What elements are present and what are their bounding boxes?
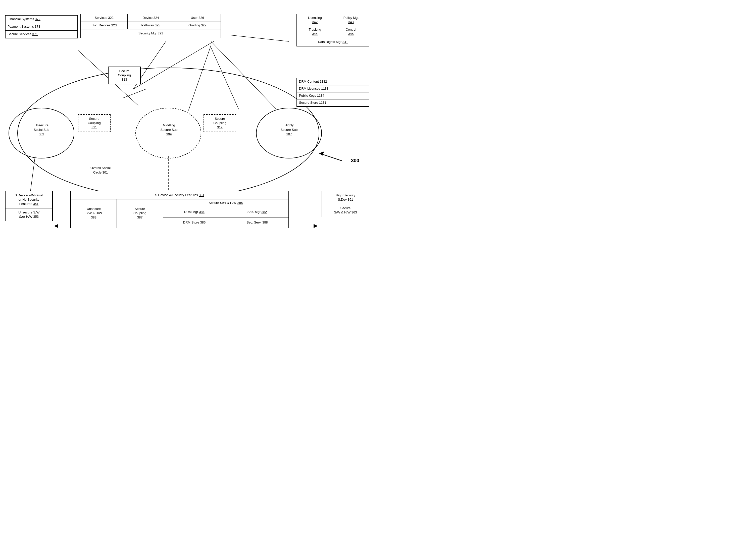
unsecure-social-sub-label: UnsecureSocial Sub 303 bbox=[23, 123, 60, 137]
left-systems-box: Financial Systems 372 Payment Systems 37… bbox=[5, 15, 78, 39]
drm-content-label: DRM Content bbox=[299, 80, 319, 83]
drm-mgr-num: 384 bbox=[199, 210, 205, 214]
financial-systems-label: Financial Systems bbox=[7, 17, 34, 21]
user-num: 326 bbox=[198, 16, 204, 20]
data-rights-mgr-label-row: Data Rights Mgr 341 bbox=[297, 38, 369, 46]
secure-store-label: Secure Store bbox=[299, 101, 318, 105]
sec-serv-label: Sec. Serv. bbox=[247, 221, 261, 224]
grading-label: Grading bbox=[189, 23, 200, 27]
svg-line-11 bbox=[319, 153, 342, 161]
sdevice-minimal-num: 351 bbox=[33, 202, 39, 206]
drm-mgr-label: DRM Mgr bbox=[184, 210, 198, 214]
policy-mgt-label: Policy Mgt bbox=[343, 16, 359, 20]
device-label: Device bbox=[143, 16, 152, 20]
secure-coupling-312-box: SecureCoupling 312 bbox=[204, 114, 236, 132]
svg-marker-14 bbox=[54, 224, 58, 228]
device-cell: Device 324 bbox=[128, 14, 174, 22]
pathway-label: Pathway bbox=[141, 23, 154, 27]
sec-mgr-label: Sec. Mgr bbox=[248, 210, 260, 214]
drm-store-label: DRM Store bbox=[183, 221, 199, 224]
secure-sw-hw-363-row: SecureS/W & H/W 363 bbox=[322, 204, 369, 217]
drm-mid-row: Tracking 344 Control 345 bbox=[297, 26, 369, 38]
secure-coupling-311-box: SecureCoupling 311 bbox=[78, 114, 110, 132]
secure-sw-hw-385-cell: Secure S/W & H/W 385 DRM Mgr 384 DRM Sto… bbox=[163, 199, 288, 228]
unsecure-sw-hw-383-label: UnsecureS/W & H/W bbox=[85, 207, 102, 215]
secure-sw-hw-385-content: DRM Mgr 384 DRM Store 386 Sec. Mgr 382 S… bbox=[163, 207, 288, 228]
svg-line-7 bbox=[189, 45, 211, 111]
svg-line-17 bbox=[123, 89, 146, 98]
pathway-cell: Pathway 325 bbox=[128, 22, 174, 29]
sdevice-minimal-box: S.Device w/Minimalor No SecurityFeatures… bbox=[5, 191, 53, 221]
licensing-label: Licensing bbox=[308, 16, 322, 20]
svg-line-19 bbox=[133, 41, 214, 89]
public-keys-num: 1134 bbox=[317, 94, 324, 97]
drm-licenses-label: DRM Licenses bbox=[299, 87, 320, 90]
high-security-sdev-label-row: High SecurityS.Dev 361 bbox=[322, 192, 369, 204]
svg-line-5 bbox=[211, 41, 276, 109]
drm-top-row: Licensing 342 Policy Mgt 343 bbox=[297, 14, 369, 26]
drm-content-row: DRM Content 1132 bbox=[297, 79, 369, 85]
drm-store-cell: DRM Store 386 bbox=[163, 218, 226, 228]
security-mgr-box: Services 322 Device 324 User 326 Svc. De… bbox=[80, 14, 221, 38]
svg-line-9 bbox=[30, 156, 35, 193]
label-300: 300 bbox=[351, 157, 359, 164]
secure-coupling-313-num: 313 bbox=[122, 77, 127, 81]
svg-line-8 bbox=[231, 35, 289, 41]
drm-store-box: DRM Content 1132 DRM Licenses 1133 Publi… bbox=[297, 78, 369, 107]
secure-coupling-311-label: SecureCoupling bbox=[88, 117, 101, 125]
policy-mgt-cell: Policy Mgt 343 bbox=[333, 14, 369, 26]
data-rights-mgr-label: Data Rights Mgr bbox=[318, 40, 341, 44]
sec-serv-num: 388 bbox=[262, 221, 268, 224]
secure-coupling-311-num: 311 bbox=[91, 125, 97, 129]
security-mgr-label-row: Security Mgr 321 bbox=[81, 29, 221, 38]
secure-sw-hw-385-title: Secure S/W & H/W 385 bbox=[163, 199, 288, 207]
sec-mgr-num: 382 bbox=[261, 210, 267, 214]
public-keys-row: Public Keys 1134 bbox=[297, 92, 369, 99]
user-label: User bbox=[191, 16, 197, 20]
secure-services-row: Secure Services 371 bbox=[5, 31, 78, 38]
secure-coupling-313-label: SecureCoupling bbox=[118, 69, 131, 77]
middling-secure-sub-label: MiddlingSecure Sub 309 bbox=[150, 123, 189, 137]
secure-sw-hw-363-label: SecureS/W & H/W bbox=[334, 206, 350, 214]
drm-licenses-row: DRM Licenses 1133 bbox=[297, 85, 369, 92]
high-security-sdev-box: High SecurityS.Dev 361 SecureS/W & H/W 3… bbox=[322, 191, 369, 217]
secure-sw-hw-385-num: 385 bbox=[237, 201, 243, 205]
drm-store-num: 386 bbox=[200, 221, 206, 224]
policy-mgt-num: 343 bbox=[348, 20, 354, 24]
sec-mgr-cell: Sec. Mgr 382 bbox=[226, 207, 288, 218]
services-num: 322 bbox=[108, 16, 113, 20]
data-rights-mgr-box: Licensing 342 Policy Mgt 343 Tracking 34… bbox=[297, 14, 369, 46]
financial-systems-num: 372 bbox=[35, 17, 40, 21]
control-cell: Control 345 bbox=[333, 26, 369, 38]
sdevice-minimal-label: S.Device w/Minimalor No SecurityFeatures bbox=[15, 193, 43, 206]
security-mgr-num: 321 bbox=[157, 31, 163, 35]
unsecure-sw-hw-353-row: Unsecure S/W&/or H/W 353 bbox=[5, 208, 52, 221]
drm-mgr-cell: DRM Mgr 384 bbox=[163, 207, 226, 218]
tracking-label: Tracking bbox=[309, 28, 321, 31]
drm-content-num: 1132 bbox=[320, 80, 327, 83]
svg-marker-12 bbox=[319, 152, 324, 156]
svg-line-6 bbox=[211, 48, 239, 109]
secure-coupling-313-box: SecureCoupling 313 bbox=[108, 67, 141, 84]
unsecure-sw-hw-353-num: 353 bbox=[33, 215, 39, 219]
device-num: 324 bbox=[153, 16, 159, 20]
payment-systems-row: Payment Systems 373 bbox=[5, 23, 78, 31]
sec-serv-cell: Sec. Serv. 388 bbox=[226, 218, 288, 228]
svg-marker-16 bbox=[314, 224, 318, 228]
svc-devices-label: Svc. Devices bbox=[91, 23, 110, 27]
drm-licenses-num: 1133 bbox=[321, 87, 328, 90]
services-cell: Services 322 bbox=[81, 14, 128, 22]
svc-devices-num: 323 bbox=[111, 23, 117, 27]
sec-col: Sec. Mgr 382 Sec. Serv. 388 bbox=[226, 207, 288, 228]
grading-num: 327 bbox=[201, 23, 207, 27]
drm-col: DRM Mgr 384 DRM Store 386 bbox=[163, 207, 226, 228]
payment-systems-label: Payment Systems bbox=[7, 25, 34, 28]
grading-cell: Grading 327 bbox=[174, 22, 221, 29]
secure-store-num: 1131 bbox=[319, 101, 326, 105]
security-mgr-label: Security Mgr bbox=[138, 31, 157, 35]
unsecure-sw-hw-383-cell: UnsecureS/W & H/W 383 bbox=[71, 199, 117, 228]
tracking-num: 344 bbox=[312, 32, 318, 36]
highly-secure-sub-label: HighlySecure Sub 307 bbox=[270, 123, 308, 137]
licensing-cell: Licensing 342 bbox=[297, 14, 333, 26]
sdevice-security-num: 381 bbox=[199, 193, 204, 197]
